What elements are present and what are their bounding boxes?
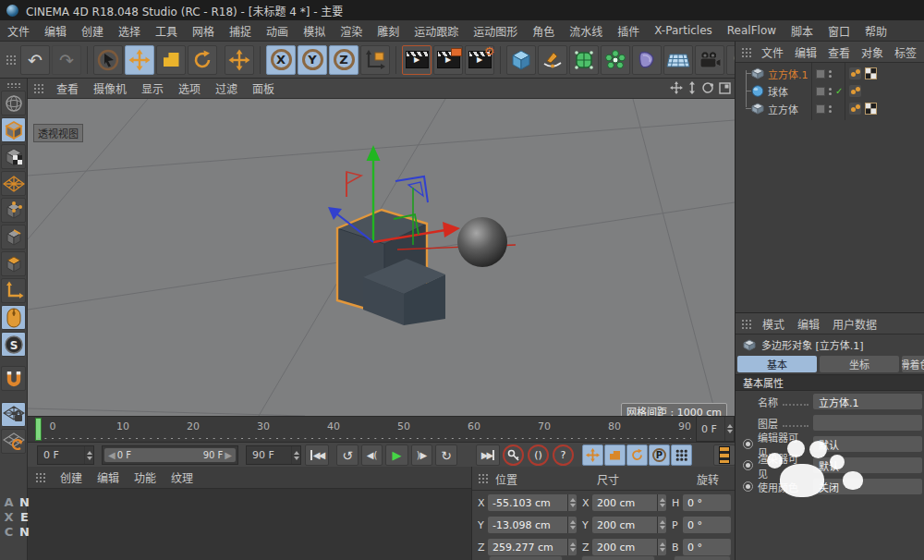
object-manager-grip[interactable] bbox=[741, 47, 751, 57]
phong-tag-icon[interactable] bbox=[849, 85, 861, 97]
position-x-field[interactable]: -55.103 cm bbox=[488, 494, 577, 511]
coords-mode-button[interactable] bbox=[489, 555, 563, 560]
enabled-check-icon[interactable]: ✓ bbox=[835, 86, 843, 96]
menu-pipeline[interactable]: 流水线 bbox=[562, 23, 610, 39]
position-x-spinner[interactable] bbox=[567, 494, 577, 511]
render-picture-viewer-button[interactable]: ▶ bbox=[433, 45, 463, 75]
record-rotation-toggle[interactable] bbox=[626, 444, 648, 466]
menu-edit[interactable]: 编辑 bbox=[37, 23, 74, 39]
phong-tag-icon[interactable] bbox=[849, 67, 861, 79]
phong-tag-icon[interactable] bbox=[849, 103, 861, 115]
position-y-field[interactable]: -13.098 cm bbox=[488, 517, 577, 533]
coords-size-mode-button[interactable] bbox=[581, 555, 655, 560]
render-settings-button[interactable]: ▶⚙ bbox=[465, 45, 494, 75]
menu-x-particles[interactable]: X-Particles bbox=[647, 24, 720, 37]
use-color-radio[interactable] bbox=[743, 481, 753, 492]
end-frame-field[interactable]: 90 F bbox=[246, 445, 301, 465]
om-menu-view[interactable]: 查看 bbox=[822, 44, 856, 60]
workplane-mode-button[interactable] bbox=[1, 171, 26, 196]
position-z-field[interactable]: 259.277 cm bbox=[488, 539, 577, 555]
scale-tool[interactable] bbox=[156, 45, 186, 75]
object-row-sphere[interactable]: 球体 ✓ bbox=[736, 82, 924, 100]
spline-pen-button[interactable] bbox=[538, 45, 567, 75]
start-frame-field[interactable]: 0 F bbox=[37, 445, 94, 465]
lock-x-axis-button[interactable]: X bbox=[266, 45, 296, 75]
om-menu-objects[interactable]: 对象 bbox=[856, 44, 889, 60]
vp-menu-filter[interactable]: 过滤 bbox=[208, 80, 245, 96]
layer-field[interactable] bbox=[813, 415, 922, 431]
vp-menu-display[interactable]: 显示 bbox=[134, 80, 171, 96]
redo-button[interactable]: ↷ bbox=[52, 45, 81, 75]
coordinate-system-button[interactable] bbox=[360, 45, 390, 75]
size-y-field[interactable]: 200 cm bbox=[592, 517, 666, 533]
texture-mode-button[interactable] bbox=[1, 144, 26, 169]
next-frame-button[interactable]: )▶ bbox=[411, 444, 432, 466]
material-list-area[interactable] bbox=[28, 489, 471, 560]
am-menu-user-data[interactable]: 用户数据 bbox=[826, 316, 883, 332]
vp-menu-options[interactable]: 选项 bbox=[171, 80, 208, 96]
record-pla-toggle[interactable] bbox=[671, 444, 692, 466]
lock-z-axis-button[interactable]: Z bbox=[329, 45, 359, 75]
end-frame-spinner[interactable] bbox=[291, 446, 300, 464]
motion-clip-button[interactable] bbox=[713, 444, 736, 466]
menu-realflow[interactable]: RealFlow bbox=[720, 24, 784, 37]
add-cube-button[interactable] bbox=[506, 45, 536, 75]
mat-menu-texture[interactable]: 纹理 bbox=[164, 469, 201, 485]
make-editable-button[interactable] bbox=[1, 91, 26, 116]
menu-file[interactable]: 文件 bbox=[0, 23, 37, 39]
menu-sculpt[interactable]: 雕刻 bbox=[370, 23, 407, 39]
om-menu-file[interactable]: 文件 bbox=[756, 44, 789, 60]
timeline-ruler[interactable]: 0 10 20 30 40 50 60 70 80 90 bbox=[28, 416, 695, 442]
viewport-solo-button[interactable] bbox=[1, 305, 26, 330]
om-menu-tags[interactable]: 标签 bbox=[889, 44, 922, 60]
leftbar-grip[interactable] bbox=[6, 82, 21, 88]
render-visibility-radio[interactable] bbox=[743, 460, 753, 470]
last-used-tool-move[interactable] bbox=[225, 45, 254, 75]
play-button[interactable]: ▶ bbox=[385, 444, 408, 466]
object-name[interactable]: 立方体 bbox=[768, 102, 810, 116]
viewport-rotate-icon[interactable] bbox=[701, 81, 714, 94]
visibility-dots[interactable] bbox=[829, 88, 832, 95]
live-selection-tool[interactable] bbox=[93, 45, 123, 75]
use-color-dropdown[interactable]: 关闭 bbox=[813, 479, 922, 494]
perspective-viewport[interactable]: 查看 摄像机 显示 选项 过滤 面板 bbox=[28, 79, 735, 416]
menu-character[interactable]: 角色 bbox=[525, 23, 562, 39]
menu-mesh[interactable]: 网格 bbox=[185, 23, 222, 39]
goto-end-button[interactable]: ▶▶ bbox=[476, 444, 500, 466]
lock-y-axis-button[interactable]: Y bbox=[298, 45, 327, 75]
position-z-spinner[interactable] bbox=[567, 539, 577, 555]
coords-apply-button[interactable] bbox=[674, 555, 731, 560]
environment-button[interactable] bbox=[663, 45, 693, 75]
tab-phong[interactable]: 平滑着色(Phong) bbox=[902, 356, 924, 372]
menu-tools[interactable]: 工具 bbox=[148, 23, 185, 39]
menu-motion-tracker[interactable]: 运动跟踪 bbox=[407, 23, 466, 39]
viewport-toggle-panel-icon[interactable] bbox=[719, 82, 731, 94]
current-frame-spinner[interactable] bbox=[724, 417, 734, 441]
toolbar-grip[interactable] bbox=[6, 55, 16, 65]
mat-menu-create[interactable]: 创建 bbox=[53, 469, 90, 485]
visibility-dots[interactable] bbox=[829, 105, 832, 113]
vp-menu-cameras[interactable]: 摄像机 bbox=[86, 80, 134, 96]
layer-swatch[interactable] bbox=[816, 69, 825, 79]
name-field[interactable]: 立方体.1 bbox=[813, 394, 922, 409]
size-x-spinner[interactable] bbox=[657, 494, 666, 511]
texture-tag-icon[interactable] bbox=[865, 103, 877, 115]
menu-simulate[interactable]: 模拟 bbox=[296, 23, 333, 39]
render-visibility-dropdown[interactable]: 默认 bbox=[813, 457, 922, 473]
menu-render[interactable]: 渲染 bbox=[333, 23, 370, 39]
polygons-mode-button[interactable] bbox=[1, 251, 26, 276]
material-manager-grip[interactable] bbox=[35, 472, 45, 482]
menu-help[interactable]: 帮助 bbox=[857, 23, 894, 39]
points-mode-button[interactable] bbox=[1, 198, 26, 223]
viewport-zoom-icon[interactable] bbox=[687, 81, 697, 94]
range-start-arrow[interactable]: ◀ bbox=[108, 450, 116, 460]
rotation-p-field[interactable]: 0 ° bbox=[683, 517, 731, 533]
mat-menu-edit[interactable]: 编辑 bbox=[90, 469, 127, 485]
menu-select[interactable]: 选择 bbox=[111, 23, 148, 39]
size-x-field[interactable]: 200 cm bbox=[592, 494, 666, 511]
am-menu-mode[interactable]: 模式 bbox=[756, 316, 791, 332]
am-menu-edit[interactable]: 编辑 bbox=[791, 316, 826, 332]
workplane-rotate-button[interactable] bbox=[1, 429, 26, 454]
snap-toggle-button[interactable]: S bbox=[1, 332, 26, 357]
cycle-button[interactable]: ↻ bbox=[435, 444, 457, 466]
